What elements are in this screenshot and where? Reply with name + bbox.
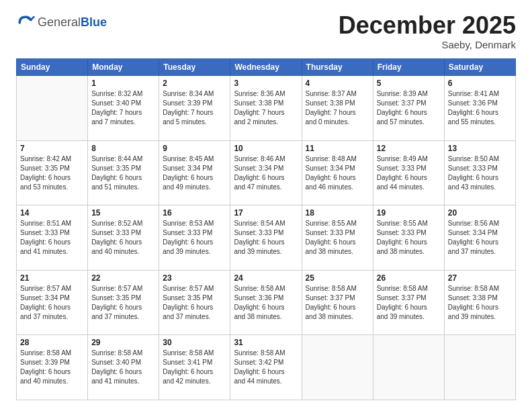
day-cell: 14Sunrise: 8:51 AM Sunset: 3:33 PM Dayli… — [17, 205, 88, 271]
day-number: 1 — [91, 79, 155, 88]
day-detail: Sunrise: 8:54 AM Sunset: 3:33 PM Dayligh… — [234, 219, 298, 257]
day-detail: Sunrise: 8:55 AM Sunset: 3:33 PM Dayligh… — [377, 219, 441, 257]
month-title: December 2025 — [339, 13, 516, 38]
day-detail: Sunrise: 8:50 AM Sunset: 3:33 PM Dayligh… — [448, 154, 512, 192]
calendar-header: SundayMondayTuesdayWednesdayThursdayFrid… — [17, 59, 516, 76]
column-header-monday: Monday — [88, 59, 159, 76]
day-number: 16 — [163, 208, 226, 218]
logo-text: GeneralBlue — [38, 16, 107, 30]
page: GeneralBlue December 2025 Saeby, Denmark… — [0, 0, 532, 411]
logo-general: General — [38, 15, 81, 29]
day-cell: 30Sunrise: 8:58 AM Sunset: 3:41 PM Dayli… — [159, 335, 230, 400]
day-cell: 23Sunrise: 8:57 AM Sunset: 3:35 PM Dayli… — [159, 270, 230, 335]
day-cell: 11Sunrise: 8:48 AM Sunset: 3:34 PM Dayli… — [302, 140, 373, 205]
day-detail: Sunrise: 8:58 AM Sunset: 3:38 PM Dayligh… — [448, 284, 512, 322]
day-detail: Sunrise: 8:58 AM Sunset: 3:39 PM Dayligh… — [20, 349, 84, 386]
day-detail: Sunrise: 8:37 AM Sunset: 3:38 PM Dayligh… — [306, 89, 369, 127]
day-cell: 10Sunrise: 8:46 AM Sunset: 3:34 PM Dayli… — [230, 140, 302, 205]
day-detail: Sunrise: 8:58 AM Sunset: 3:42 PM Dayligh… — [234, 349, 298, 386]
column-header-thursday: Thursday — [302, 59, 373, 76]
day-cell: 31Sunrise: 8:58 AM Sunset: 3:42 PM Dayli… — [230, 335, 302, 400]
day-number: 9 — [163, 144, 226, 153]
day-cell: 22Sunrise: 8:57 AM Sunset: 3:35 PM Dayli… — [88, 270, 159, 335]
day-number: 27 — [448, 273, 512, 283]
day-detail: Sunrise: 8:36 AM Sunset: 3:38 PM Dayligh… — [234, 89, 298, 127]
day-detail: Sunrise: 8:39 AM Sunset: 3:37 PM Dayligh… — [377, 89, 441, 127]
day-number: 12 — [377, 144, 441, 153]
calendar-body: 1Sunrise: 8:32 AM Sunset: 3:40 PM Daylig… — [17, 76, 516, 400]
day-detail: Sunrise: 8:51 AM Sunset: 3:33 PM Dayligh… — [20, 219, 84, 257]
day-cell: 2Sunrise: 8:34 AM Sunset: 3:39 PM Daylig… — [159, 76, 230, 141]
day-number: 10 — [234, 144, 298, 153]
day-cell: 29Sunrise: 8:58 AM Sunset: 3:40 PM Dayli… — [88, 335, 159, 400]
day-detail: Sunrise: 8:34 AM Sunset: 3:39 PM Dayligh… — [163, 89, 226, 127]
header-row: SundayMondayTuesdayWednesdayThursdayFrid… — [17, 59, 516, 76]
logo-blue: Blue — [81, 15, 107, 29]
day-number: 20 — [448, 208, 512, 218]
day-cell: 25Sunrise: 8:58 AM Sunset: 3:37 PM Dayli… — [302, 270, 373, 335]
day-number: 28 — [20, 338, 84, 347]
day-cell: 8Sunrise: 8:44 AM Sunset: 3:35 PM Daylig… — [88, 140, 159, 205]
week-row-5: 28Sunrise: 8:58 AM Sunset: 3:39 PM Dayli… — [17, 335, 516, 400]
day-detail: Sunrise: 8:48 AM Sunset: 3:34 PM Dayligh… — [306, 154, 369, 192]
day-number: 24 — [234, 273, 298, 283]
day-detail: Sunrise: 8:53 AM Sunset: 3:33 PM Dayligh… — [163, 219, 226, 257]
day-detail: Sunrise: 8:44 AM Sunset: 3:35 PM Dayligh… — [91, 154, 155, 192]
day-cell: 13Sunrise: 8:50 AM Sunset: 3:33 PM Dayli… — [444, 140, 515, 205]
day-number: 14 — [20, 208, 84, 218]
day-number: 29 — [91, 338, 155, 347]
day-detail: Sunrise: 8:56 AM Sunset: 3:34 PM Dayligh… — [448, 219, 512, 257]
day-cell: 24Sunrise: 8:58 AM Sunset: 3:36 PM Dayli… — [230, 270, 302, 335]
day-number: 17 — [234, 208, 298, 218]
day-number: 30 — [163, 338, 226, 347]
day-detail: Sunrise: 8:52 AM Sunset: 3:33 PM Dayligh… — [91, 219, 155, 257]
day-cell: 21Sunrise: 8:57 AM Sunset: 3:34 PM Dayli… — [17, 270, 88, 335]
day-number: 6 — [448, 79, 512, 88]
day-cell: 15Sunrise: 8:52 AM Sunset: 3:33 PM Dayli… — [88, 205, 159, 271]
header: GeneralBlue December 2025 Saeby, Denmark — [16, 13, 516, 50]
day-detail: Sunrise: 8:58 AM Sunset: 3:40 PM Dayligh… — [91, 349, 155, 386]
day-cell: 16Sunrise: 8:53 AM Sunset: 3:33 PM Dayli… — [159, 205, 230, 271]
day-cell: 1Sunrise: 8:32 AM Sunset: 3:40 PM Daylig… — [88, 76, 159, 141]
day-number: 11 — [306, 144, 369, 153]
day-number: 7 — [20, 144, 84, 153]
day-number: 13 — [448, 144, 512, 153]
logo-icon — [16, 13, 35, 32]
day-cell: 4Sunrise: 8:37 AM Sunset: 3:38 PM Daylig… — [302, 76, 373, 141]
day-detail: Sunrise: 8:57 AM Sunset: 3:35 PM Dayligh… — [91, 284, 155, 322]
day-cell: 9Sunrise: 8:45 AM Sunset: 3:34 PM Daylig… — [159, 140, 230, 205]
day-detail: Sunrise: 8:55 AM Sunset: 3:33 PM Dayligh… — [306, 219, 369, 257]
day-number: 23 — [163, 273, 226, 283]
week-row-2: 7Sunrise: 8:42 AM Sunset: 3:35 PM Daylig… — [17, 140, 516, 205]
day-cell — [302, 335, 373, 400]
week-row-1: 1Sunrise: 8:32 AM Sunset: 3:40 PM Daylig… — [17, 76, 516, 141]
day-detail: Sunrise: 8:58 AM Sunset: 3:36 PM Dayligh… — [234, 284, 298, 322]
day-number: 19 — [377, 208, 441, 218]
day-number: 4 — [306, 79, 369, 88]
day-cell — [17, 76, 88, 141]
day-number: 3 — [234, 79, 298, 88]
title-block: December 2025 Saeby, Denmark — [339, 13, 516, 50]
day-detail: Sunrise: 8:46 AM Sunset: 3:34 PM Dayligh… — [234, 154, 298, 192]
column-header-friday: Friday — [373, 59, 444, 76]
day-cell: 27Sunrise: 8:58 AM Sunset: 3:38 PM Dayli… — [444, 270, 515, 335]
week-row-3: 14Sunrise: 8:51 AM Sunset: 3:33 PM Dayli… — [17, 205, 516, 271]
day-number: 26 — [377, 273, 441, 283]
day-detail: Sunrise: 8:45 AM Sunset: 3:34 PM Dayligh… — [163, 154, 226, 192]
day-cell: 17Sunrise: 8:54 AM Sunset: 3:33 PM Dayli… — [230, 205, 302, 271]
day-number: 8 — [91, 144, 155, 153]
day-detail: Sunrise: 8:58 AM Sunset: 3:41 PM Dayligh… — [163, 349, 226, 386]
day-cell: 6Sunrise: 8:41 AM Sunset: 3:36 PM Daylig… — [444, 76, 515, 141]
day-detail: Sunrise: 8:57 AM Sunset: 3:34 PM Dayligh… — [20, 284, 84, 322]
day-cell: 26Sunrise: 8:58 AM Sunset: 3:37 PM Dayli… — [373, 270, 444, 335]
day-cell: 12Sunrise: 8:49 AM Sunset: 3:33 PM Dayli… — [373, 140, 444, 205]
day-cell: 5Sunrise: 8:39 AM Sunset: 3:37 PM Daylig… — [373, 76, 444, 141]
day-cell: 3Sunrise: 8:36 AM Sunset: 3:38 PM Daylig… — [230, 76, 302, 141]
day-detail: Sunrise: 8:32 AM Sunset: 3:40 PM Dayligh… — [91, 89, 155, 127]
day-number: 22 — [91, 273, 155, 283]
day-cell: 20Sunrise: 8:56 AM Sunset: 3:34 PM Dayli… — [444, 205, 515, 271]
column-header-sunday: Sunday — [17, 59, 88, 76]
day-detail: Sunrise: 8:58 AM Sunset: 3:37 PM Dayligh… — [306, 284, 369, 322]
day-detail: Sunrise: 8:42 AM Sunset: 3:35 PM Dayligh… — [20, 154, 84, 192]
column-header-tuesday: Tuesday — [159, 59, 230, 76]
